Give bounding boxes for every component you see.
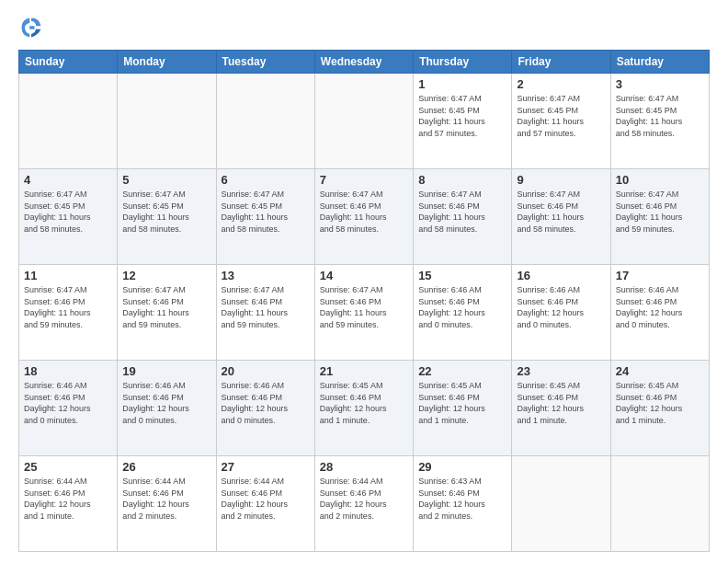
day-info: Sunrise: 6:46 AMSunset: 6:46 PMDaylight:… [616,284,704,330]
day-number: 7 [320,173,408,187]
day-info: Sunrise: 6:47 AMSunset: 6:46 PMDaylight:… [616,189,704,235]
day-info: Sunrise: 6:44 AMSunset: 6:46 PMDaylight:… [320,476,408,522]
day-info: Sunrise: 6:47 AMSunset: 6:46 PMDaylight:… [517,189,605,235]
day-info: Sunrise: 6:47 AMSunset: 6:46 PMDaylight:… [122,284,210,330]
logo [18,15,48,40]
day-info: Sunrise: 6:45 AMSunset: 6:46 PMDaylight:… [418,380,506,426]
day-number: 28 [320,460,408,474]
day-info: Sunrise: 6:46 AMSunset: 6:46 PMDaylight:… [24,380,112,426]
calendar-day-cell: 11Sunrise: 6:47 AMSunset: 6:46 PMDayligh… [19,265,118,361]
day-number: 25 [24,460,112,474]
day-number: 20 [222,364,310,378]
day-of-week-header: Tuesday [216,51,314,74]
calendar-header-row: SundayMondayTuesdayWednesdayThursdayFrid… [19,51,710,74]
calendar-day-cell: 26Sunrise: 6:44 AMSunset: 6:46 PMDayligh… [118,456,216,552]
calendar-day-cell: 2Sunrise: 6:47 AMSunset: 6:45 PMDaylight… [512,74,610,169]
calendar-day-cell: 20Sunrise: 6:46 AMSunset: 6:46 PMDayligh… [216,361,314,456]
day-info: Sunrise: 6:47 AMSunset: 6:45 PMDaylight:… [222,189,310,235]
day-number: 21 [320,364,408,378]
day-number: 26 [122,460,210,474]
day-info: Sunrise: 6:47 AMSunset: 6:46 PMDaylight:… [418,189,506,235]
header [18,15,710,40]
calendar-day-cell: 6Sunrise: 6:47 AMSunset: 6:45 PMDaylight… [216,169,314,265]
calendar-day-cell [610,456,709,552]
calendar-day-cell: 1Sunrise: 6:47 AMSunset: 6:45 PMDaylight… [414,74,512,169]
calendar-day-cell: 29Sunrise: 6:43 AMSunset: 6:46 PMDayligh… [414,456,512,552]
day-info: Sunrise: 6:45 AMSunset: 6:46 PMDaylight:… [517,380,605,426]
calendar-day-cell: 13Sunrise: 6:47 AMSunset: 6:46 PMDayligh… [216,265,314,361]
day-of-week-header: Monday [118,51,216,74]
calendar-week-row: 1Sunrise: 6:47 AMSunset: 6:45 PMDaylight… [19,74,710,169]
day-number: 24 [616,364,704,378]
day-info: Sunrise: 6:47 AMSunset: 6:45 PMDaylight:… [517,93,605,139]
day-info: Sunrise: 6:47 AMSunset: 6:45 PMDaylight:… [616,93,704,139]
calendar-day-cell: 21Sunrise: 6:45 AMSunset: 6:46 PMDayligh… [314,361,413,456]
day-number: 17 [616,269,704,282]
calendar-day-cell: 10Sunrise: 6:47 AMSunset: 6:46 PMDayligh… [610,169,709,265]
calendar-week-row: 4Sunrise: 6:47 AMSunset: 6:45 PMDaylight… [19,169,710,265]
day-number: 3 [616,77,704,91]
day-number: 19 [122,364,210,378]
day-number: 11 [24,269,112,282]
day-number: 13 [222,269,310,282]
day-info: Sunrise: 6:47 AMSunset: 6:46 PMDaylight:… [222,284,310,330]
calendar-week-row: 25Sunrise: 6:44 AMSunset: 6:46 PMDayligh… [19,456,710,552]
day-number: 12 [122,269,210,282]
day-number: 1 [418,77,506,91]
calendar-day-cell [314,74,413,169]
day-number: 23 [517,364,605,378]
calendar-day-cell: 7Sunrise: 6:47 AMSunset: 6:46 PMDaylight… [314,169,413,265]
day-info: Sunrise: 6:45 AMSunset: 6:46 PMDaylight:… [320,380,408,426]
day-info: Sunrise: 6:46 AMSunset: 6:46 PMDaylight:… [517,284,605,330]
calendar-day-cell [512,456,610,552]
calendar-table: SundayMondayTuesdayWednesdayThursdayFrid… [18,50,710,552]
calendar-day-cell: 8Sunrise: 6:47 AMSunset: 6:46 PMDaylight… [414,169,512,265]
calendar-week-row: 11Sunrise: 6:47 AMSunset: 6:46 PMDayligh… [19,265,710,361]
calendar-day-cell: 3Sunrise: 6:47 AMSunset: 6:45 PMDaylight… [610,74,709,169]
calendar-day-cell: 23Sunrise: 6:45 AMSunset: 6:46 PMDayligh… [512,361,610,456]
calendar-day-cell: 5Sunrise: 6:47 AMSunset: 6:45 PMDaylight… [118,169,216,265]
day-number: 10 [616,173,704,187]
calendar-day-cell: 12Sunrise: 6:47 AMSunset: 6:46 PMDayligh… [118,265,216,361]
calendar-day-cell [118,74,216,169]
day-info: Sunrise: 6:44 AMSunset: 6:46 PMDaylight:… [24,476,112,522]
day-info: Sunrise: 6:47 AMSunset: 6:45 PMDaylight:… [418,93,506,139]
calendar-day-cell: 15Sunrise: 6:46 AMSunset: 6:46 PMDayligh… [414,265,512,361]
calendar-day-cell [19,74,118,169]
day-info: Sunrise: 6:47 AMSunset: 6:45 PMDaylight:… [24,189,112,235]
day-number: 8 [418,173,506,187]
calendar-day-cell: 16Sunrise: 6:46 AMSunset: 6:46 PMDayligh… [512,265,610,361]
calendar-day-cell: 17Sunrise: 6:46 AMSunset: 6:46 PMDayligh… [610,265,709,361]
day-info: Sunrise: 6:46 AMSunset: 6:46 PMDaylight:… [122,380,210,426]
page: SundayMondayTuesdayWednesdayThursdayFrid… [0,0,728,563]
day-info: Sunrise: 6:44 AMSunset: 6:46 PMDaylight:… [222,476,310,522]
calendar-day-cell: 14Sunrise: 6:47 AMSunset: 6:46 PMDayligh… [314,265,413,361]
calendar-day-cell: 19Sunrise: 6:46 AMSunset: 6:46 PMDayligh… [118,361,216,456]
day-info: Sunrise: 6:44 AMSunset: 6:46 PMDaylight:… [122,476,210,522]
calendar-day-cell [216,74,314,169]
calendar-day-cell: 27Sunrise: 6:44 AMSunset: 6:46 PMDayligh… [216,456,314,552]
day-number: 14 [320,269,408,282]
day-of-week-header: Saturday [610,51,709,74]
day-number: 16 [517,269,605,282]
day-number: 18 [24,364,112,378]
day-of-week-header: Friday [512,51,610,74]
calendar-week-row: 18Sunrise: 6:46 AMSunset: 6:46 PMDayligh… [19,361,710,456]
day-of-week-header: Sunday [19,51,118,74]
day-info: Sunrise: 6:43 AMSunset: 6:46 PMDaylight:… [418,476,506,522]
day-info: Sunrise: 6:47 AMSunset: 6:46 PMDaylight:… [320,284,408,330]
day-info: Sunrise: 6:46 AMSunset: 6:46 PMDaylight:… [418,284,506,330]
day-info: Sunrise: 6:46 AMSunset: 6:46 PMDaylight:… [222,380,310,426]
day-info: Sunrise: 6:47 AMSunset: 6:46 PMDaylight:… [24,284,112,330]
day-info: Sunrise: 6:45 AMSunset: 6:46 PMDaylight:… [616,380,704,426]
calendar-day-cell: 28Sunrise: 6:44 AMSunset: 6:46 PMDayligh… [314,456,413,552]
day-of-week-header: Wednesday [314,51,413,74]
day-number: 2 [517,77,605,91]
day-number: 5 [122,173,210,187]
day-number: 29 [418,460,506,474]
calendar-day-cell: 18Sunrise: 6:46 AMSunset: 6:46 PMDayligh… [19,361,118,456]
day-number: 27 [222,460,310,474]
day-number: 15 [418,269,506,282]
calendar-day-cell: 9Sunrise: 6:47 AMSunset: 6:46 PMDaylight… [512,169,610,265]
calendar-day-cell: 22Sunrise: 6:45 AMSunset: 6:46 PMDayligh… [414,361,512,456]
